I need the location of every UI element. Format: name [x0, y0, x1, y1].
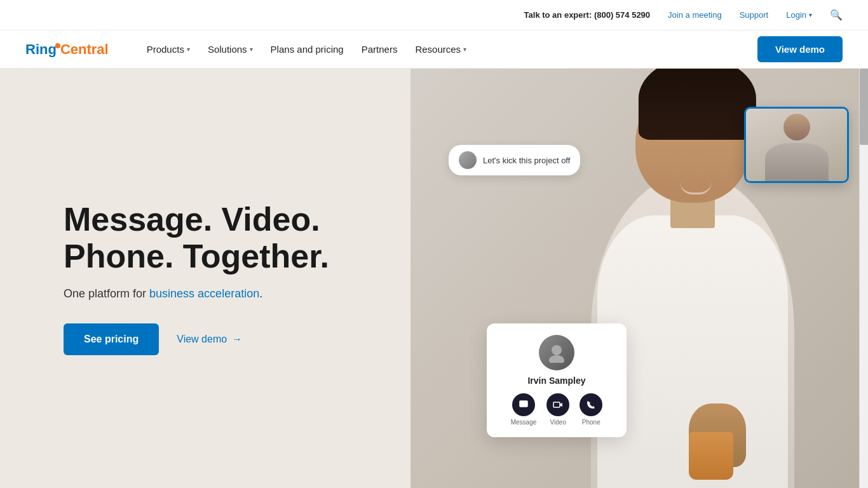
view-demo-hero-link[interactable]: View demo → — [177, 334, 242, 345]
scrollbar-thumb[interactable] — [860, 69, 868, 145]
message-label: Message — [511, 419, 537, 426]
contact-actions: Message Video Phone — [502, 393, 611, 426]
hero-image: Let's kick this project off Irvin Sample… — [410, 69, 868, 488]
top-bar: Talk to an expert: (800) 574 5290 Join a… — [0, 0, 868, 30]
join-meeting-link[interactable]: Join a meeting — [668, 10, 722, 20]
contact-avatar — [539, 335, 574, 370]
logo-central: Central — [60, 41, 109, 58]
products-chevron-icon: ▾ — [187, 46, 190, 53]
message-icon — [512, 393, 535, 416]
chat-bubble: Let's kick this project off — [449, 145, 580, 175]
video-action[interactable]: Video — [546, 393, 569, 426]
chat-avatar — [459, 151, 477, 169]
solutions-chevron-icon: ▾ — [250, 46, 253, 53]
nav-items: Products ▾ Solutions ▾ Plans and pricing… — [139, 39, 757, 60]
login-button[interactable]: Login ▾ — [786, 10, 812, 20]
svg-point-0 — [552, 345, 562, 355]
svg-rect-3 — [553, 402, 560, 407]
contact-card: Irvin Sampley Message Video — [487, 323, 627, 437]
hero-background: Let's kick this project off Irvin Sample… — [410, 69, 868, 488]
hero-section: Message. Video. Phone. Together. One pla… — [0, 69, 868, 488]
resources-chevron-icon: ▾ — [463, 46, 466, 53]
video-person — [746, 109, 847, 181]
support-link[interactable]: Support — [740, 10, 769, 20]
logo-dot-icon — [55, 43, 60, 48]
logo-ring: Ring — [25, 41, 57, 58]
nav-products[interactable]: Products ▾ — [139, 39, 198, 60]
search-icon[interactable]: 🔍 — [830, 9, 843, 21]
nav-plans-pricing[interactable]: Plans and pricing — [263, 39, 351, 60]
logo[interactable]: RingCentral — [25, 41, 109, 58]
see-pricing-button[interactable]: See pricing — [64, 323, 159, 355]
video-label: Video — [550, 419, 566, 426]
message-action[interactable]: Message — [511, 393, 537, 426]
nav-bar: RingCentral Products ▾ Solutions ▾ Plans… — [0, 30, 868, 69]
hero-headline: Message. Video. Phone. Together. — [64, 201, 329, 274]
hero-content: Message. Video. Phone. Together. One pla… — [0, 201, 329, 355]
scrollbar[interactable] — [859, 69, 868, 488]
arrow-right-icon: → — [232, 334, 242, 345]
video-thumbnail — [744, 107, 849, 183]
talk-to-expert: Talk to an expert: (800) 574 5290 — [524, 10, 651, 20]
phone-action[interactable]: Phone — [580, 393, 602, 426]
phone-icon — [580, 393, 602, 416]
hero-buttons: See pricing View demo → — [64, 323, 329, 355]
nav-resources[interactable]: Resources ▾ — [407, 39, 474, 60]
contact-name: Irvin Sampley — [502, 376, 611, 386]
svg-point-1 — [549, 355, 564, 363]
chat-message: Let's kick this project off — [483, 156, 570, 165]
login-chevron-icon: ▾ — [809, 11, 812, 18]
nav-solutions[interactable]: Solutions ▾ — [200, 39, 261, 60]
nav-partners[interactable]: Partners — [354, 39, 405, 60]
phone-label: Phone — [582, 419, 600, 426]
video-icon — [546, 393, 569, 416]
view-demo-nav-button[interactable]: View demo — [757, 36, 843, 62]
hero-subtext: One platform for business acceleration. — [64, 287, 329, 301]
